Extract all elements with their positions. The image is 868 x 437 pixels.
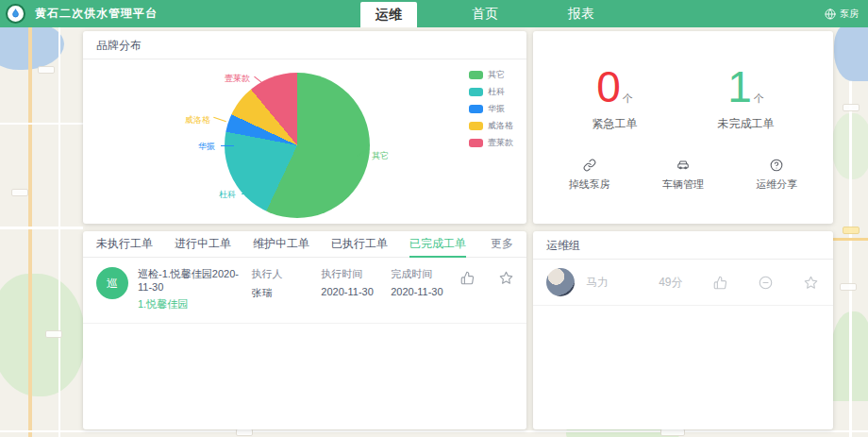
map-water: [834, 23, 868, 81]
workorder-tabs: 未执行工单 进行中工单 维护中工单 已执行工单 已完成工单 更多: [83, 231, 526, 258]
finish-time-value: 2020-11-30: [391, 286, 460, 297]
pie-leader-line: [242, 193, 255, 194]
team-member-row[interactable]: 马力 49分: [533, 260, 833, 306]
pie-leader-line: [221, 145, 234, 146]
map-road: [0, 123, 83, 125]
legend-label: 华振: [488, 103, 505, 115]
legend-item[interactable]: 华振: [469, 103, 513, 115]
panel-title: 品牌分布: [83, 31, 526, 59]
member-name: 马力: [586, 275, 659, 291]
workorder-location-link[interactable]: 1.悦馨佳园: [138, 297, 252, 311]
stat-urgent-value: 0: [596, 62, 621, 111]
legend-item[interactable]: 其它: [469, 69, 513, 81]
action-ops-share[interactable]: 运维分享: [756, 159, 797, 192]
member-avatar: [546, 268, 575, 296]
pie-slice-label: 威洛格: [185, 114, 210, 126]
water-drop-icon: [9, 8, 22, 20]
stat-urgent-label: 紧急工单: [593, 116, 638, 132]
pie-leader-line: [213, 117, 226, 122]
map-road: [849, 81, 852, 437]
thumbs-up-icon[interactable]: [460, 271, 475, 285]
header-user[interactable]: 泵房: [825, 8, 859, 21]
map-label-chip: [236, 429, 253, 436]
stat-unfinished-value: 1: [727, 62, 752, 111]
ops-team-panel: 运维组 马力 49分: [533, 231, 833, 429]
stat-urgent: 0个 紧急工单: [593, 63, 638, 132]
app-root: 黄石二次供水管理平台 运维 首页 报表 泵房 品牌分布 其它 杜科 华振 威洛格…: [0, 0, 868, 437]
tab-in-progress[interactable]: 进行中工单: [175, 231, 231, 258]
brand-pie-chart[interactable]: [225, 73, 370, 218]
main-nav: 运维 首页 报表: [360, 0, 609, 27]
app-logo: [6, 4, 25, 24]
executor-value: 张瑞: [252, 286, 322, 300]
legend-swatch: [469, 71, 483, 79]
header-user-label: 泵房: [840, 8, 859, 21]
map-label-chip: [45, 330, 62, 338]
app-title: 黄石二次供水管理平台: [35, 6, 158, 22]
panel-title: 运维组: [533, 231, 833, 260]
legend-label: 威洛格: [488, 120, 513, 132]
member-score: 49分: [659, 275, 713, 291]
map-label-chip: [660, 429, 685, 436]
nav-tab-home[interactable]: 首页: [457, 0, 513, 27]
top-header: 黄石二次供水管理平台 运维 首页 报表 泵房: [0, 0, 868, 27]
workorder-exec-time-col: 执行时间 2020-11-30: [321, 267, 391, 297]
action-label: 掉线泵房: [569, 177, 610, 192]
map-road: [0, 430, 868, 432]
minus-circle-icon[interactable]: [759, 276, 773, 290]
action-vehicle-management[interactable]: 车辆管理: [662, 159, 704, 192]
legend-label: 杜科: [488, 86, 505, 98]
tab-not-executed[interactable]: 未执行工单: [96, 231, 153, 258]
map-road: [28, 27, 32, 437]
workorder-stats-panel: 0个 紧急工单 1个 未完成工单 掉线泵房: [533, 31, 833, 224]
action-label: 车辆管理: [662, 177, 704, 192]
workorder-list-panel: 未执行工单 进行中工单 维护中工单 已执行工单 已完成工单 更多 巡 巡检-1.…: [83, 231, 526, 429]
exec-time-value: 2020-11-30: [321, 286, 391, 297]
tab-executed[interactable]: 已执行工单: [331, 231, 388, 258]
map-park: [0, 274, 85, 396]
legend-item[interactable]: 威洛格: [469, 120, 513, 132]
workorder-row[interactable]: 巡 巡检-1.悦馨佳园2020-11-30 1.悦馨佳园 执行人 张瑞 执行时间…: [83, 258, 526, 324]
stat-unfinished-label: 未完成工单: [718, 116, 775, 132]
map-label-chip: [11, 189, 28, 196]
stat-unit: 个: [754, 92, 764, 104]
workorder-title: 巡检-1.悦馨佳园2020-11-30: [138, 267, 252, 293]
workorder-avatar: 巡: [96, 267, 128, 299]
globe-icon: [825, 8, 836, 20]
thumbs-up-icon[interactable]: [713, 276, 727, 290]
unlink-icon: [583, 159, 596, 172]
brand-distribution-panel: 品牌分布 其它 杜科 华振 威洛格 壹莱款 其它 杜科 华振: [83, 31, 526, 224]
pie-slice-label: 壹莱款: [225, 73, 250, 85]
stat-unit: 个: [623, 92, 633, 104]
legend-item[interactable]: 壹莱款: [469, 137, 513, 149]
nav-tab-yunwei[interactable]: 运维: [360, 2, 417, 27]
stat-unfinished: 1个 未完成工单: [718, 63, 775, 132]
more-link[interactable]: 更多: [491, 236, 513, 252]
map-label-chip: [843, 227, 860, 234]
car-icon: [676, 159, 690, 172]
map-road: [58, 27, 60, 437]
tab-completed[interactable]: 已完成工单: [409, 231, 466, 258]
workorder-executor-col: 执行人 张瑞: [252, 267, 322, 300]
finish-time-label: 完成时间: [391, 267, 460, 281]
pie-legend: 其它 杜科 华振 威洛格 壹莱款: [469, 69, 513, 149]
legend-label: 其它: [488, 69, 505, 81]
map-road: [833, 238, 868, 241]
pie-slice-label: 其它: [372, 150, 389, 162]
action-label: 运维分享: [756, 177, 797, 192]
legend-swatch: [469, 139, 483, 147]
star-icon[interactable]: [804, 276, 818, 290]
map-label-chip: [843, 104, 860, 111]
legend-label: 壹莱款: [488, 137, 513, 149]
pie-slice-label: 华振: [198, 141, 215, 153]
star-icon[interactable]: [499, 271, 513, 285]
map-water: [0, 23, 64, 70]
legend-item[interactable]: 杜科: [469, 86, 513, 98]
map-road: [0, 227, 83, 229]
question-circle-icon: [770, 159, 783, 172]
action-offline-pumprooms[interactable]: 掉线泵房: [569, 159, 610, 192]
tab-under-maintenance[interactable]: 维护中工单: [253, 231, 309, 258]
pie-slice-label: 杜科: [219, 189, 236, 201]
exec-time-label: 执行时间: [321, 267, 391, 281]
nav-tab-report[interactable]: 报表: [553, 0, 609, 27]
